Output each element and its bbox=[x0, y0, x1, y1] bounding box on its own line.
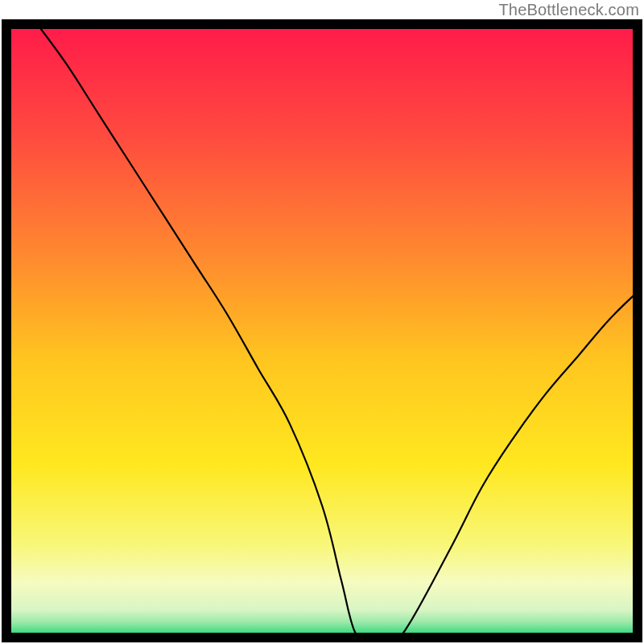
attribution-text: TheBottleneck.com bbox=[498, 0, 639, 19]
bottleneck-chart bbox=[0, 0, 644, 644]
chart-container: TheBottleneck.com bbox=[0, 0, 644, 644]
plot-area bbox=[6, 19, 642, 644]
gradient-background bbox=[6, 24, 638, 638]
